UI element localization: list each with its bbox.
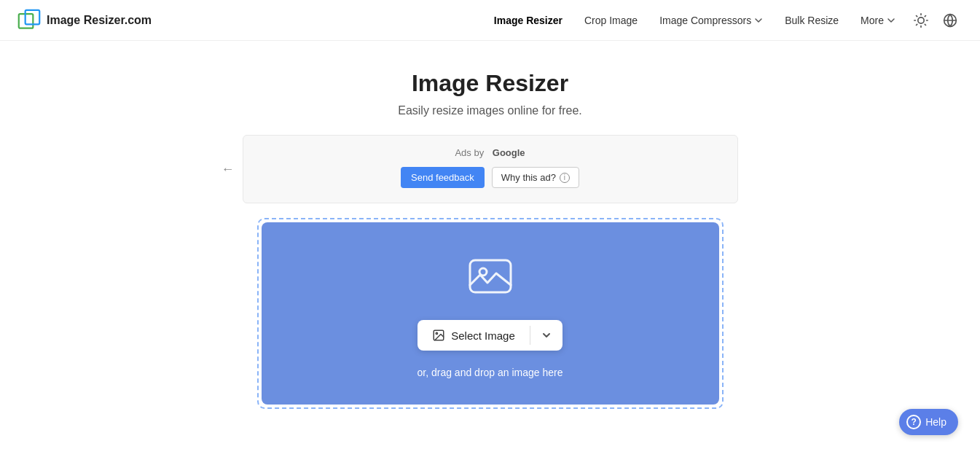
select-image-button[interactable]: Select Image bbox=[418, 320, 530, 351]
navbar: Image Resizer.com Image Resizer Crop Ima… bbox=[0, 0, 980, 41]
why-this-ad-button[interactable]: Why this ad? i bbox=[492, 167, 579, 188]
ads-label: Ads by Google bbox=[455, 147, 525, 158]
image-upload-icon bbox=[432, 329, 445, 342]
nav-image-resizer[interactable]: Image Resizer bbox=[485, 10, 571, 31]
help-button[interactable]: ? Help bbox=[899, 409, 958, 435]
help-circle-icon: ? bbox=[906, 415, 921, 429]
svg-line-10 bbox=[925, 15, 925, 16]
send-feedback-button[interactable]: Send feedback bbox=[401, 167, 485, 188]
nav-crop-image[interactable]: Crop Image bbox=[576, 10, 646, 31]
dropdown-chevron-icon bbox=[541, 329, 552, 341]
back-arrow[interactable]: ← bbox=[222, 162, 235, 177]
svg-line-6 bbox=[925, 24, 925, 25]
info-icon: i bbox=[560, 173, 570, 183]
page-title: Image Resizer bbox=[412, 70, 568, 97]
site-logo[interactable]: Image Resizer.com bbox=[17, 9, 152, 32]
svg-point-2 bbox=[918, 17, 924, 23]
upload-icon-wrap bbox=[464, 251, 517, 304]
select-image-button-group: Select Image bbox=[418, 320, 562, 351]
ads-container: ← Ads by Google Send feedback Why this a… bbox=[243, 135, 738, 203]
main-content: Image Resizer Easily resize images onlin… bbox=[0, 41, 980, 453]
chevron-down-icon bbox=[754, 16, 763, 25]
more-chevron-icon bbox=[887, 16, 895, 25]
globe-icon bbox=[943, 13, 957, 28]
nav-bulk-resize[interactable]: Bulk Resize bbox=[776, 10, 847, 31]
page-subtitle: Easily resize images online for free. bbox=[398, 104, 582, 117]
language-button[interactable] bbox=[938, 8, 963, 33]
nav-image-compressors[interactable]: Image Compressors bbox=[651, 10, 772, 31]
sun-icon bbox=[914, 13, 928, 28]
nav-links: Image Resizer Crop Image Image Compresso… bbox=[485, 8, 963, 33]
upload-box-inner: Select Image or, drag and drop an image … bbox=[262, 222, 719, 405]
theme-toggle-button[interactable] bbox=[909, 8, 933, 33]
svg-line-9 bbox=[917, 24, 917, 25]
svg-line-5 bbox=[917, 15, 917, 16]
nav-more[interactable]: More bbox=[852, 10, 904, 31]
image-placeholder-icon bbox=[464, 251, 517, 304]
drag-drop-text: or, drag and drop an image here bbox=[417, 367, 562, 378]
svg-rect-13 bbox=[470, 260, 511, 292]
svg-point-16 bbox=[436, 332, 437, 334]
ads-actions: Send feedback Why this ad? i bbox=[401, 167, 579, 188]
logo-icon bbox=[17, 9, 41, 32]
site-logo-text: Image Resizer.com bbox=[47, 14, 152, 27]
upload-drop-zone[interactable]: Select Image or, drag and drop an image … bbox=[257, 218, 724, 409]
select-image-dropdown-button[interactable] bbox=[530, 320, 562, 351]
